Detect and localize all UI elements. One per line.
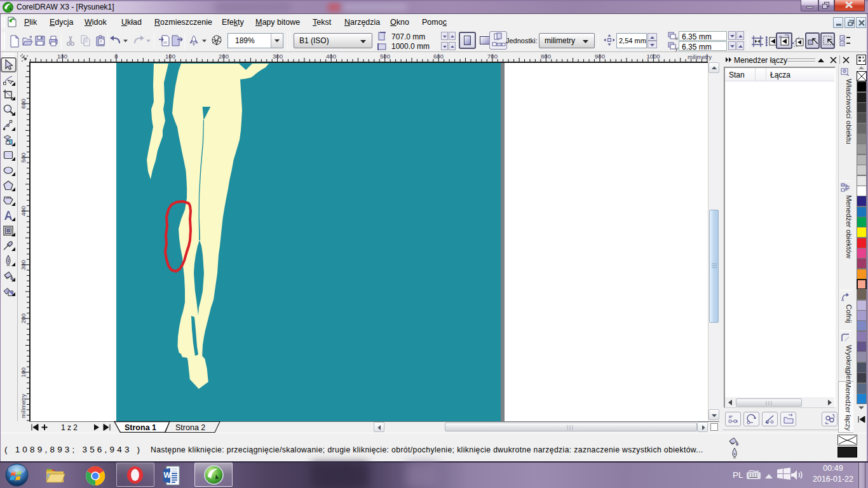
svg-text:300: 300	[20, 260, 27, 270]
svg-text:500: 500	[20, 152, 27, 163]
svg-text:200: 200	[20, 313, 27, 323]
svg-text:100: 100	[20, 367, 27, 377]
svg-text:400: 400	[20, 206, 27, 216]
svg-text:600: 600	[20, 98, 27, 109]
svg-text:milimetry: milimetry	[20, 394, 27, 418]
svg-text:W: W	[164, 471, 172, 480]
